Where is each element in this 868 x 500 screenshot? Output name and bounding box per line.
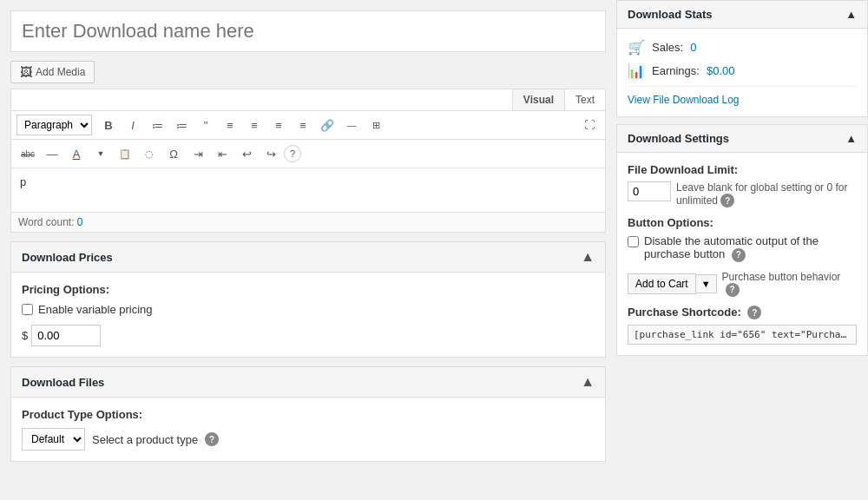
product-type-help-icon[interactable]: ? bbox=[205, 432, 219, 446]
download-stats-header[interactable]: Download Stats ▲ bbox=[617, 1, 867, 29]
disable-purchase-row: Disable the automatic output of the purc… bbox=[628, 234, 857, 262]
pricing-options-label: Pricing Options: bbox=[22, 283, 595, 296]
special-char-btn[interactable]: Ω bbox=[162, 143, 185, 164]
undo-btn[interactable]: ↩ bbox=[235, 143, 258, 164]
download-prices-body: Pricing Options: Enable variable pricing… bbox=[11, 273, 605, 357]
word-count-value[interactable]: 0 bbox=[77, 216, 83, 228]
align-justify-btn[interactable]: ≡ bbox=[292, 115, 314, 135]
shortcode-section: Purchase Shortcode: ? bbox=[628, 306, 857, 345]
download-settings-header[interactable]: Download Settings ▲ bbox=[617, 125, 867, 153]
help-btn[interactable]: ? bbox=[284, 145, 301, 162]
download-files-header[interactable]: Download Files ▲ bbox=[11, 367, 605, 398]
hr-btn[interactable]: — bbox=[41, 143, 63, 164]
outdent-btn[interactable]: ⇤ bbox=[211, 143, 233, 164]
download-stats-panel: Download Stats ▲ 🛒 Sales: 0 📊 Earnings: … bbox=[616, 0, 868, 117]
link-btn[interactable]: 🔗 bbox=[316, 115, 339, 135]
file-limit-help-icon[interactable]: ? bbox=[720, 194, 734, 207]
blockquote-btn[interactable]: " bbox=[194, 115, 217, 135]
toolbar-row-2: abc — A ▼ 📋 ◌ Ω ⇥ ⇤ ↩ ↪ ? bbox=[11, 140, 605, 168]
disable-purchase-label: Disable the automatic output of the purc… bbox=[644, 234, 857, 262]
editor-wrapper: 🖼 Add Media Visual Text Paragraph B I ≔ … bbox=[10, 61, 606, 233]
purchase-btn-group: Add to Cart ▼ bbox=[628, 273, 717, 294]
enable-variable-pricing-checkbox[interactable] bbox=[22, 304, 33, 315]
select-product-label: Select a product type bbox=[92, 433, 198, 446]
add-media-label: Add Media bbox=[36, 66, 85, 78]
disable-purchase-help-icon[interactable]: ? bbox=[732, 248, 746, 262]
sidebar: Download Stats ▲ 🛒 Sales: 0 📊 Earnings: … bbox=[616, 0, 868, 500]
editor-body[interactable]: p bbox=[11, 168, 605, 212]
earnings-value[interactable]: $0.00 bbox=[707, 64, 735, 77]
currency-symbol: $ bbox=[22, 329, 28, 342]
expand-btn[interactable]: ⛶ bbox=[579, 115, 600, 135]
align-left-btn[interactable]: ≡ bbox=[219, 115, 241, 135]
text-color-arrow[interactable]: ▼ bbox=[89, 143, 112, 164]
bullet-list-btn[interactable]: ≔ bbox=[146, 115, 168, 135]
price-row: $ bbox=[22, 325, 595, 346]
word-count-label: Word count: bbox=[18, 216, 74, 228]
redo-btn[interactable]: ↪ bbox=[260, 143, 282, 164]
button-options-label: Button Options: bbox=[628, 216, 857, 229]
product-type-label: Product Type Options: bbox=[22, 408, 595, 421]
add-to-cart-dropdown[interactable]: ▼ bbox=[696, 274, 717, 293]
toolbar-row-1: Paragraph B I ≔ ≔ " ≡ ≡ ≡ ≡ 🔗 — ⊞ ⛶ bbox=[11, 111, 605, 140]
download-files-panel: Download Files ▲ Product Type Options: D… bbox=[10, 366, 606, 462]
download-settings-toggle-icon: ▲ bbox=[845, 132, 857, 145]
add-media-icon: 🖼 bbox=[20, 65, 32, 79]
earnings-label: Earnings: bbox=[652, 64, 700, 77]
clear-format-btn[interactable]: ◌ bbox=[138, 143, 161, 164]
variable-pricing-row: Enable variable pricing bbox=[22, 303, 595, 316]
file-limit-row: Leave blank for global setting or 0 for … bbox=[628, 181, 857, 207]
italic-btn[interactable]: I bbox=[122, 115, 144, 135]
sales-label: Sales: bbox=[652, 41, 683, 54]
indent-btn[interactable]: ⇥ bbox=[187, 143, 209, 164]
view-log-link[interactable]: View File Download Log bbox=[628, 94, 857, 106]
download-stats-body: 🛒 Sales: 0 📊 Earnings: $0.00 View File D… bbox=[617, 29, 867, 116]
product-type-row: Default Select a product type ? bbox=[22, 428, 595, 451]
editor-content: p bbox=[20, 175, 596, 188]
sales-value[interactable]: 0 bbox=[690, 41, 696, 54]
main-area: 🖼 Add Media Visual Text Paragraph B I ≔ … bbox=[0, 0, 616, 500]
add-media-button[interactable]: 🖼 Add Media bbox=[10, 61, 95, 83]
download-files-body: Product Type Options: Default Select a p… bbox=[11, 398, 605, 461]
strikethrough-btn[interactable]: abc bbox=[16, 143, 39, 164]
disable-purchase-checkbox[interactable] bbox=[628, 236, 639, 247]
ordered-list-btn[interactable]: ≔ bbox=[170, 115, 193, 135]
editor-footer: Word count: 0 bbox=[11, 212, 605, 232]
price-input[interactable] bbox=[31, 325, 101, 346]
unlink-btn[interactable]: — bbox=[340, 115, 363, 135]
purchase-behavior-help-icon[interactable]: ? bbox=[726, 283, 740, 297]
shortcode-label: Purchase Shortcode: ? bbox=[628, 306, 857, 320]
purchase-behavior-label: Purchase button behavior ? bbox=[722, 271, 857, 297]
tab-visual[interactable]: Visual bbox=[512, 89, 564, 110]
download-prices-header[interactable]: Download Prices ▲ bbox=[11, 242, 605, 273]
paste-text-btn[interactable]: 📋 bbox=[114, 143, 136, 164]
purchase-btn-behavior-row: Add to Cart ▼ Purchase button behavior ? bbox=[628, 271, 857, 297]
enable-variable-pricing-label: Enable variable pricing bbox=[38, 303, 153, 316]
download-settings-title: Download Settings bbox=[628, 132, 729, 145]
add-to-cart-button[interactable]: Add to Cart bbox=[628, 273, 696, 294]
download-files-title: Download Files bbox=[22, 376, 104, 389]
download-stats-title: Download Stats bbox=[628, 8, 713, 21]
editor-tabs: Visual Text bbox=[11, 89, 605, 111]
file-limit-help-text: Leave blank for global setting or 0 for … bbox=[676, 181, 857, 207]
file-limit-input[interactable] bbox=[628, 181, 671, 201]
earnings-row: 📊 Earnings: $0.00 bbox=[628, 62, 857, 79]
download-settings-panel: Download Settings ▲ File Download Limit:… bbox=[616, 124, 868, 356]
editor-container: Visual Text Paragraph B I ≔ ≔ " ≡ ≡ ≡ ≡ … bbox=[10, 89, 606, 233]
download-title-input[interactable] bbox=[10, 10, 606, 52]
tab-text[interactable]: Text bbox=[564, 89, 605, 110]
cart-icon: 🛒 bbox=[628, 39, 645, 56]
align-center-btn[interactable]: ≡ bbox=[243, 115, 266, 135]
download-prices-panel: Download Prices ▲ Pricing Options: Enabl… bbox=[10, 241, 606, 358]
earnings-icon: 📊 bbox=[628, 62, 645, 79]
paragraph-select[interactable]: Paragraph bbox=[16, 115, 92, 135]
shortcode-help-icon[interactable]: ? bbox=[747, 306, 761, 319]
bold-btn[interactable]: B bbox=[97, 115, 120, 135]
file-limit-label: File Download Limit: bbox=[628, 163, 857, 176]
download-prices-toggle-icon: ▲ bbox=[581, 249, 595, 265]
text-color-btn[interactable]: A bbox=[65, 143, 88, 164]
align-right-btn[interactable]: ≡ bbox=[267, 115, 290, 135]
shortcode-input[interactable] bbox=[628, 325, 857, 345]
product-type-select[interactable]: Default bbox=[22, 428, 85, 451]
table-btn[interactable]: ⊞ bbox=[365, 115, 387, 135]
